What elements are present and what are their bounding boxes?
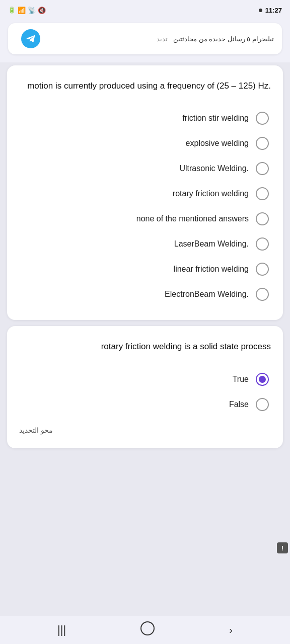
radio-button[interactable] [256, 162, 269, 175]
option-label: LaserBeam Welding. [174, 239, 249, 249]
status-time: 11:27 [259, 7, 282, 14]
bottom-navigation: ||| › [0, 616, 290, 644]
radio-button[interactable] [256, 288, 269, 301]
wifi-icon: 📡 [28, 7, 36, 14]
info-badge[interactable]: ! [277, 542, 288, 553]
question2-card: rotary friction welding is a solid state… [7, 326, 283, 448]
home-nav-button[interactable] [132, 617, 163, 642]
option-label: rotary friction welding [173, 189, 249, 198]
question1-text: motion is currently produced using a fre… [19, 79, 271, 93]
battery-icon: 🔋 [8, 7, 16, 14]
telegram-message: تيليجرام ٥ رسائل جديدة من محادثتين تديد [157, 35, 274, 43]
forward-icon: › [229, 624, 233, 635]
option-label: Ultrasonic Welding. [179, 164, 249, 173]
back-icon: ||| [57, 623, 66, 636]
sound-icon: 🔇 [38, 7, 46, 14]
question2-text: rotary friction welding is a solid state… [19, 340, 271, 353]
option-true[interactable]: True [19, 368, 271, 391]
radio-button[interactable] [256, 263, 269, 276]
status-icons-left: 🔋 📶 📡 🔇 [8, 7, 46, 14]
option-label: none of the mentioned answers [136, 214, 249, 223]
radio-button[interactable] [256, 112, 269, 125]
radio-button[interactable] [256, 187, 269, 200]
forward-nav-button[interactable]: › [221, 619, 241, 640]
radio-button[interactable] [256, 137, 269, 150]
option-label: True [233, 375, 249, 384]
option-label: linear friction welding [174, 265, 249, 274]
time-display: 11:27 [265, 7, 282, 14]
radio-button[interactable] [256, 237, 269, 251]
radio-inner-dot [259, 376, 266, 383]
option-ultrasonic-welding[interactable]: Ultrasonic Welding. [19, 157, 271, 180]
option-label: friction stir welding [182, 114, 249, 123]
option-laserbeam-welding[interactable]: LaserBeam Welding. [19, 232, 271, 256]
option-false[interactable]: False [19, 393, 271, 416]
option-linear-friction-welding[interactable]: linear friction welding [19, 258, 271, 281]
question2-options: True False [19, 368, 271, 416]
question1-options: friction stir welding explosive welding … [19, 107, 271, 306]
option-explosive-welding[interactable]: explosive welding [19, 132, 271, 155]
option-label: ElectronBeam Welding. [165, 290, 249, 299]
notif-dot [259, 9, 262, 12]
card-footer: محو التحديد [19, 426, 271, 434]
radio-button-selected[interactable] [256, 373, 269, 386]
telegram-banner-container: تيليجرام ٥ رسائل جديدة من محادثتين تديد [0, 18, 290, 62]
option-none-mentioned[interactable]: none of the mentioned answers [19, 207, 271, 230]
option-friction-stir-welding[interactable]: friction stir welding [19, 107, 271, 130]
option-label: False [229, 400, 249, 409]
question1-card: motion is currently produced using a fre… [7, 65, 283, 320]
home-icon [140, 621, 155, 635]
option-label: explosive welding [186, 139, 249, 148]
clear-selection-button[interactable]: محو التحديد [19, 426, 53, 434]
signal-icon: 📶 [18, 7, 26, 14]
radio-button[interactable] [256, 398, 269, 411]
telegram-banner[interactable]: تيليجرام ٥ رسائل جديدة من محادثتين تديد [8, 23, 282, 54]
telegram-logo [25, 33, 36, 44]
option-electronbeam-welding[interactable]: ElectronBeam Welding. [19, 283, 271, 306]
back-nav-button[interactable]: ||| [49, 619, 74, 640]
telegram-icon [21, 29, 40, 48]
radio-button[interactable] [256, 212, 269, 225]
option-rotary-friction-welding[interactable]: rotary friction welding [19, 182, 271, 205]
status-bar: 🔋 📶 📡 🔇 11:27 [0, 0, 290, 18]
